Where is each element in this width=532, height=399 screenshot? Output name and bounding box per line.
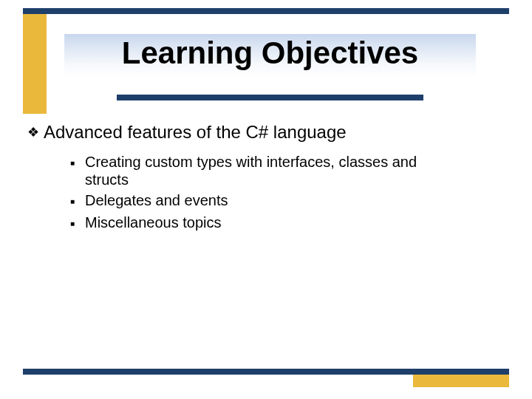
sublist: ■ Creating custom types with interfaces,… [70,153,500,233]
square-bullet-icon: ■ [70,153,85,172]
title-underline-bar [117,95,423,100]
top-rule-bar [23,8,509,14]
bottom-gold-accent [413,375,509,387]
top-gold-accent [23,14,47,114]
slide: Learning Objectives ❖ Advanced features … [0,0,532,399]
bullet-level1: ❖ Advanced features of the C# language [27,122,500,143]
bullet-level2: ■ Miscellaneous topics [70,214,500,233]
body-content: ❖ Advanced features of the C# language ■… [27,122,500,236]
diamond-bullet-icon: ❖ [27,122,44,143]
level2-text: Creating custom types with interfaces, c… [85,153,454,188]
bullet-level2: ■ Creating custom types with interfaces,… [70,153,500,188]
square-bullet-icon: ■ [70,191,85,211]
level2-text: Miscellaneous topics [85,214,222,231]
bottom-rule-bar [23,369,509,375]
slide-title: Learning Objectives [64,35,476,71]
square-bullet-icon: ■ [70,214,85,233]
bullet-level2: ■ Delegates and events [70,191,500,211]
level2-text: Delegates and events [85,191,228,209]
level1-text: Advanced features of the C# language [44,122,347,143]
